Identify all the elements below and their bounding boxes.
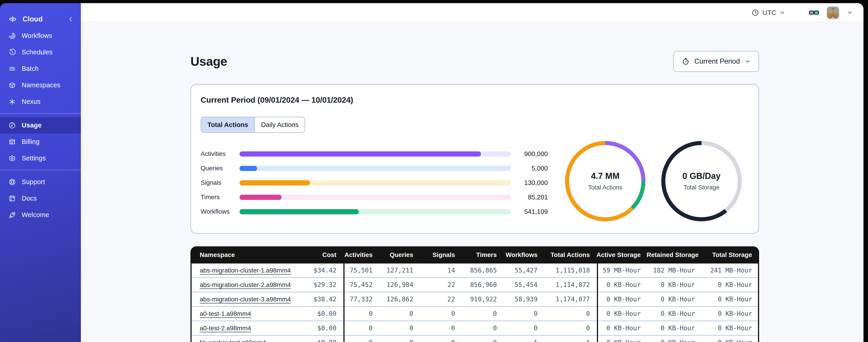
- bar-fill: [240, 151, 481, 157]
- cell-timers: 0: [461, 324, 503, 332]
- bar-track: [240, 166, 511, 171]
- labs-glasses-icon[interactable]: [809, 8, 819, 17]
- sidebar: Cloud Workflows: [0, 3, 81, 342]
- cell-total-actions: 0: [544, 324, 596, 332]
- namespace-link[interactable]: bk-worker-test.a98mm4: [200, 339, 266, 342]
- sidebar-item-schedules[interactable]: Schedules: [0, 44, 81, 61]
- brand-row[interactable]: Cloud: [0, 11, 81, 28]
- column-header: Queries: [378, 251, 419, 259]
- cell-workflows: 55,454: [503, 281, 544, 288]
- temporal-cloud-logo-icon: [8, 15, 17, 23]
- account-menu-chevron-icon[interactable]: [847, 9, 853, 16]
- total-actions-donut-chart: 4.7 MM Total Actions: [565, 141, 646, 221]
- sidebar-item-nexus[interactable]: Nexus: [0, 93, 81, 110]
- table-section-divider: [343, 264, 344, 342]
- cell-total-storage: 241 MB-Hour: [701, 267, 758, 274]
- sidebar-item-welcome[interactable]: Welcome: [0, 207, 81, 223]
- column-header: Retained Storage: [647, 251, 701, 259]
- table-row: abs-migration-cluster-1.a98mm4 $34.42 75…: [192, 264, 758, 278]
- chevron-left-icon: [67, 16, 74, 23]
- bar-label: Signals: [200, 179, 240, 186]
- support-icon: [8, 178, 16, 186]
- cell-total-storage: 0 KB-Hour: [701, 310, 758, 317]
- sidebar-item-docs[interactable]: Docs: [0, 190, 81, 207]
- tab-total-actions[interactable]: Total Actions: [201, 117, 255, 132]
- namespace-link[interactable]: a0-test-2.a98mm4: [200, 324, 251, 332]
- cell-timers: 0: [461, 339, 503, 342]
- cell-activities: 75,501: [342, 267, 378, 274]
- cell-signals: 0: [419, 324, 461, 332]
- user-avatar[interactable]: [827, 6, 839, 19]
- sidebar-item-usage[interactable]: Usage: [0, 117, 81, 134]
- bar-row-queries: Queries 5,000: [200, 161, 548, 175]
- sidebar-collapse-button[interactable]: [67, 16, 74, 23]
- cell-active-storage: 0 KB-Hour: [596, 281, 647, 288]
- sidebar-item-label: Settings: [22, 155, 45, 162]
- timezone-label: UTC: [762, 9, 776, 16]
- bar-label: Workflows: [200, 208, 240, 215]
- bar-value: 900,000: [511, 150, 548, 158]
- sidebar-item-label: Welcome: [22, 211, 49, 218]
- period-selector-button[interactable]: Current Period: [673, 51, 759, 72]
- sidebar-item-workflows[interactable]: Workflows: [0, 28, 81, 44]
- cell-queries: 0: [378, 324, 419, 332]
- cell-activities: 0: [342, 324, 378, 332]
- cell-queries: 0: [378, 310, 419, 317]
- bar-fill: [240, 195, 281, 200]
- column-header: Signals: [419, 251, 461, 259]
- docs-icon: [8, 195, 16, 202]
- bar-label: Activities: [200, 150, 240, 158]
- page-title: Usage: [190, 54, 227, 69]
- sidebar-item-namespaces[interactable]: Namespaces: [0, 77, 81, 93]
- usage-summary-card: Current Period (09/01/2024 — 10/01/2024)…: [190, 84, 759, 234]
- sidebar-item-label: Nexus: [22, 98, 40, 105]
- cell-total-actions: 1: [544, 339, 596, 342]
- namespace-link[interactable]: a0-test-1.a98mm4: [200, 310, 251, 317]
- total-storage-donut-chart: 0 GB/Day Total Storage: [661, 141, 742, 221]
- cell-total-actions: 0: [544, 310, 596, 317]
- cell-timers: 910,922: [461, 296, 503, 303]
- usage-charts: Activities 900,000 Queries 5,000 Signals: [200, 144, 749, 221]
- workflows-icon: [8, 32, 16, 39]
- bar-row-workflows: Workflows 541,109: [200, 204, 548, 219]
- cell-workflows: 0: [503, 324, 544, 332]
- sidebar-item-label: Schedules: [22, 48, 53, 56]
- table-row: bk-worker-test.a98mm4 $0.00 0 0 0 0 1 1 …: [192, 336, 758, 342]
- sidebar-item-batch[interactable]: Batch: [0, 61, 81, 77]
- nexus-icon: [8, 98, 16, 105]
- brand-label: Cloud: [23, 15, 43, 23]
- cell-activities: 77,332: [342, 296, 378, 303]
- namespace-link[interactable]: abs-migration-cluster-2.a98mm4: [200, 281, 291, 288]
- namespace-link[interactable]: abs-migration-cluster-1.a98mm4: [200, 267, 291, 274]
- cell-total-actions: 1,174,077: [544, 296, 596, 303]
- schedules-icon: [8, 49, 16, 56]
- batch-icon: [8, 65, 16, 72]
- table-row: a0-test-1.a98mm4 $0.00 0 0 0 0 0 0 0 KB-…: [192, 307, 758, 321]
- column-header: Workflows: [503, 251, 544, 259]
- namespace-link[interactable]: abs-migration-cluster-3.a98mm4: [200, 296, 291, 303]
- cell-active-storage: 59 MB-Hour: [596, 267, 647, 274]
- cell-total-actions: 1,115,018: [544, 267, 596, 274]
- cell-retained-storage: 0 KB-Hour: [647, 324, 701, 332]
- sidebar-divider: [0, 170, 81, 170]
- cell-active-storage: 0 KB-Hour: [596, 296, 647, 303]
- chevron-down-icon: [779, 10, 785, 15]
- cell-cost: $0.00: [291, 339, 342, 342]
- billing-icon: [8, 138, 16, 145]
- namespaces-icon: [8, 82, 16, 89]
- cell-timers: 856,865: [461, 267, 503, 274]
- cell-total-storage: 0 KB-Hour: [701, 281, 758, 288]
- sidebar-item-billing[interactable]: Billing: [0, 134, 81, 150]
- sidebar-item-settings[interactable]: Settings: [0, 150, 81, 167]
- cell-total-storage: 0 KB-Hour: [701, 339, 758, 342]
- sidebar-item-support[interactable]: Support: [0, 174, 81, 190]
- actions-tab-group: Total Actions Daily Actions: [200, 116, 305, 133]
- cell-activities: 0: [342, 310, 378, 317]
- timezone-selector[interactable]: UTC: [751, 9, 785, 16]
- cell-cost: $38.42: [291, 296, 342, 303]
- donut-label: Total Actions: [588, 184, 622, 191]
- tab-daily-actions[interactable]: Daily Actions: [255, 117, 305, 132]
- cell-signals: 14: [419, 267, 461, 274]
- sidebar-item-label: Usage: [22, 122, 41, 129]
- column-header: Total Storage: [701, 251, 758, 259]
